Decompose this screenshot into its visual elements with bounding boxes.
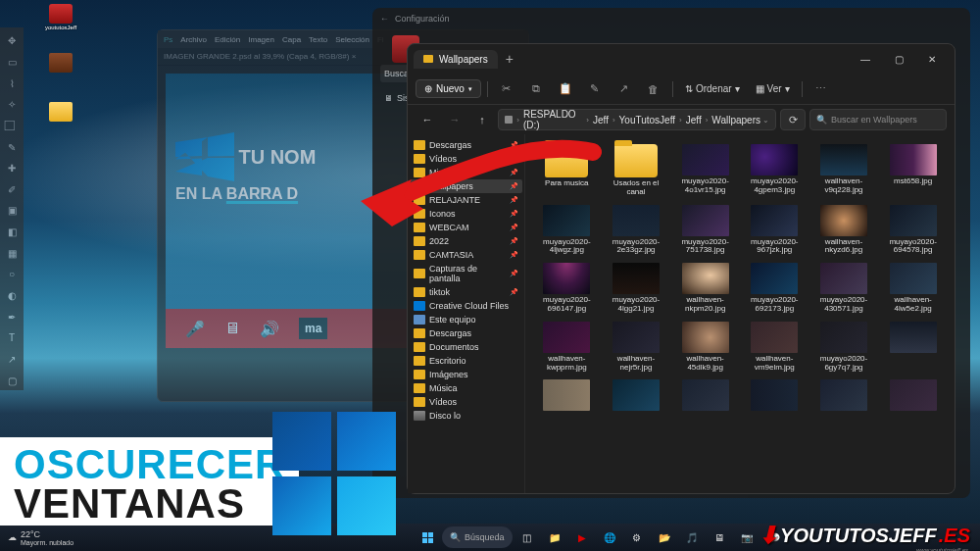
nav-item-vídeos[interactable]: Vídeos📌 — [410, 152, 522, 166]
folder-item[interactable]: Para musica — [533, 142, 601, 199]
image-file-item[interactable] — [741, 377, 808, 415]
image-file-item[interactable] — [603, 377, 670, 415]
search-input[interactable]: 🔍 Buscar en Wallpapers — [809, 109, 947, 130]
image-file-item[interactable]: mst658.jpg — [879, 142, 947, 199]
image-file-item[interactable]: muyayo2020-694578.jpg — [879, 203, 947, 258]
ps-menu[interactable]: Archivo — [180, 35, 207, 44]
ps-tool-crop[interactable]: ⃞ — [2, 117, 22, 136]
taskbar-search[interactable]: 🔍Búsqueda — [442, 526, 513, 548]
minimize-button[interactable]: — — [849, 47, 882, 71]
taskbar-app[interactable]: 🌐 — [597, 526, 622, 548]
nav-item-documentos[interactable]: Documentos — [410, 340, 522, 354]
new-tab-button[interactable]: + — [498, 51, 521, 67]
maximize-button[interactable]: ▢ — [882, 47, 915, 71]
taskbar-app[interactable]: ▶ — [569, 526, 595, 548]
image-file-item[interactable] — [879, 377, 947, 415]
image-file-item[interactable]: wallhaven-v9q228.jpg — [810, 142, 878, 199]
image-file-item[interactable]: wallhaven-45dlk9.jpg — [671, 320, 739, 375]
image-file-item[interactable]: muyayo2020-696147.jpg — [533, 261, 601, 316]
taskview-button[interactable]: ◫ — [514, 526, 540, 548]
ps-tool-move[interactable]: ✥ — [2, 31, 22, 51]
ps-tool-eyedrop[interactable]: ✎ — [2, 137, 22, 157]
nav-item-miniaturas[interactable]: Miniaturas📌 — [410, 166, 522, 179]
ps-tool-wand[interactable]: ✧ — [2, 95, 22, 115]
ps-tool-shape[interactable]: ▢ — [2, 371, 22, 390]
nav-item-descargas[interactable]: Descargas — [410, 326, 522, 340]
image-file-item[interactable]: wallhaven-kwpprm.jpg — [533, 320, 601, 375]
close-button[interactable]: ✕ — [915, 47, 949, 71]
forward-button[interactable]: → — [443, 109, 466, 130]
nav-item-este-equipo[interactable]: Este equipo — [410, 313, 522, 326]
taskbar-app[interactable]: 📷 — [734, 526, 760, 548]
image-file-item[interactable]: wallhaven-nkpm20.jpg — [671, 261, 739, 316]
image-file-item[interactable]: muyayo2020-430571.jpg — [810, 261, 878, 316]
back-icon[interactable]: ← — [380, 14, 389, 24]
nav-item-disco-lo[interactable]: Disco lo — [410, 409, 522, 423]
taskbar-weather[interactable]: ☁ 22°C Mayorm. nublado — [0, 529, 81, 546]
nav-item-vídeos[interactable]: Vídeos — [410, 395, 522, 409]
ps-tool-dodge[interactable]: ◐ — [2, 286, 22, 306]
ps-tool-heal[interactable]: ✚ — [2, 159, 22, 178]
nav-item-creative-cloud-files[interactable]: Creative Cloud Files — [410, 299, 522, 313]
image-file-item[interactable]: wallhaven-4lw5e2.jpg — [879, 261, 947, 316]
image-file-item[interactable]: muyayo2020-6gy7q7.jpg — [810, 320, 878, 375]
ps-tool-blur[interactable]: ○ — [2, 265, 22, 284]
image-file-item[interactable]: muyayo2020-967jzk.jpg — [741, 203, 808, 258]
ps-document-tab[interactable]: IMAGEN GRANDE 2.psd al 39,9% (Capa 4, RG… — [164, 52, 356, 61]
nav-item-camtasia[interactable]: CAMTASIA📌 — [410, 248, 522, 262]
ps-tool-path[interactable]: ↗ — [2, 350, 22, 370]
ps-menu[interactable]: Selección — [335, 35, 369, 44]
nav-item-iconos[interactable]: Iconos📌 — [410, 207, 522, 221]
sort-button[interactable]: ⇅ Ordenar ▾ — [679, 83, 746, 94]
image-file-item[interactable]: muyayo2020-4lgg21.jpg — [603, 261, 670, 316]
nav-item-tiktok[interactable]: tiktok📌 — [410, 285, 522, 299]
view-button[interactable]: ▦ Ver ▾ — [750, 83, 796, 94]
taskbar-app[interactable]: 📂 — [652, 526, 677, 548]
nav-item-wallpapers[interactable]: Wallpapers📌 — [410, 179, 522, 193]
back-button[interactable]: ← — [416, 109, 439, 130]
nav-item-escritorio[interactable]: Escritorio — [410, 354, 522, 368]
image-file-item[interactable]: wallhaven-nejr5r.jpg — [603, 320, 670, 375]
folder-item[interactable]: Usados en el canal — [603, 142, 670, 199]
chevron-down-icon[interactable]: ⌄ — [762, 116, 769, 125]
ps-tool-marquee[interactable]: ▭ — [2, 53, 22, 73]
desktop-icon[interactable]: yoututosJeff — [45, 4, 76, 39]
up-button[interactable]: ↑ — [470, 109, 494, 130]
image-file-item[interactable] — [879, 320, 947, 375]
image-file-item[interactable]: muyayo2020-692173.jpg — [741, 261, 808, 316]
image-file-item[interactable] — [533, 377, 601, 415]
refresh-button[interactable]: ⟳ — [780, 109, 806, 130]
image-file-item[interactable] — [671, 377, 739, 415]
image-file-item[interactable]: wallhaven-vm9elm.jpg — [741, 320, 808, 375]
ps-tool-lasso[interactable]: ⌇ — [2, 74, 22, 93]
image-file-item[interactable]: muyayo2020-4ljwgz.jpg — [533, 203, 601, 258]
image-file-item[interactable] — [810, 377, 878, 415]
taskbar-app[interactable]: 🎵 — [679, 526, 705, 548]
image-file-item[interactable]: muyayo2020-4o1vr15.jpg — [671, 142, 739, 199]
ps-menu[interactable]: Edición — [215, 35, 240, 44]
ps-tool-pen[interactable]: ✒ — [2, 307, 22, 326]
image-file-item[interactable]: muyayo2020-2e33gz.jpg — [603, 203, 670, 258]
desktop-icon[interactable] — [45, 102, 76, 137]
nav-item-imágenes[interactable]: Imágenes — [410, 368, 522, 381]
delete-button[interactable]: 🗑 — [641, 77, 666, 101]
taskbar-app[interactable]: ⚙ — [624, 526, 650, 548]
copy-button[interactable]: ⧉ — [523, 77, 549, 101]
taskbar-app[interactable]: 🖥 — [707, 526, 732, 548]
nav-item-relajante[interactable]: RELAJANTE📌 — [410, 193, 522, 207]
more-button[interactable]: ⋯ — [808, 77, 834, 101]
start-button[interactable] — [415, 526, 440, 548]
ps-menu[interactable]: Capa — [282, 35, 301, 44]
image-file-item[interactable]: wallhaven-nkyzd6.jpg — [810, 203, 878, 258]
paste-button[interactable]: 📋 — [553, 77, 578, 101]
nav-item-2022[interactable]: 2022📌 — [410, 234, 522, 248]
image-file-item[interactable]: muyayo2020-4gpem3.jpg — [741, 142, 808, 199]
ps-menu[interactable]: Texto — [309, 35, 327, 44]
breadcrumb-path[interactable]: › RESPALDO (D:)› Jeff› YouTutosJeff› Jef… — [498, 109, 776, 130]
ps-tool-gradient[interactable]: ▦ — [2, 243, 22, 263]
share-button[interactable]: ↗ — [612, 77, 637, 101]
ps-menu[interactable]: Imagen — [248, 35, 274, 44]
nav-item-descargas[interactable]: Descargas📌 — [410, 138, 522, 152]
new-button[interactable]: ⊕Nuevo▾ — [416, 79, 481, 98]
explorer-tab[interactable]: Wallpapers — [414, 50, 498, 69]
